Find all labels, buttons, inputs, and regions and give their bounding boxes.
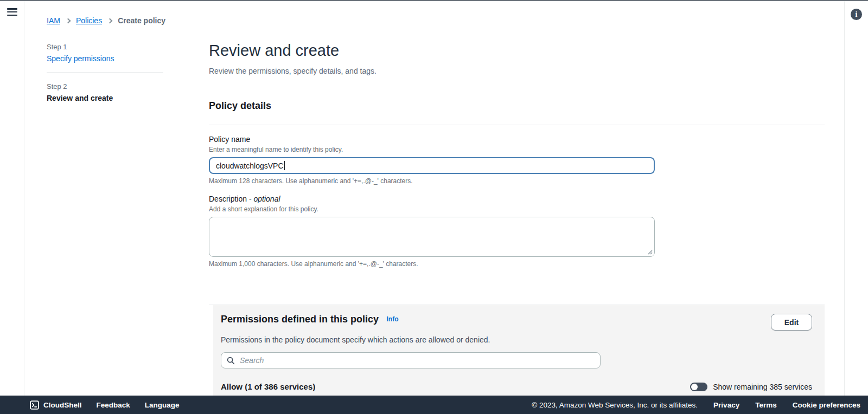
page-subtitle: Review the permissions, specify details,… — [209, 67, 825, 75]
permissions-header: Permissions defined in this policy Info … — [221, 314, 812, 331]
breadcrumb-iam[interactable]: IAM — [47, 16, 60, 25]
info-link[interactable]: Info — [387, 315, 399, 323]
step-1-label: Step 1 — [47, 43, 163, 51]
step-2-current-review-and-create: Review and create — [47, 94, 163, 102]
wizard-steps-nav: Step 1 Specify permissions Step 2 Review… — [47, 43, 163, 102]
breadcrumb-current-page: Create policy — [118, 16, 165, 25]
window-top-edge — [0, 0, 868, 1]
terms-link[interactable]: Terms — [755, 401, 777, 409]
show-remaining-services-toggle[interactable]: Show remaining 385 services — [690, 383, 812, 391]
search-icon — [227, 357, 235, 365]
toggle-label: Show remaining 385 services — [713, 383, 812, 391]
cookie-preferences-link[interactable]: Cookie preferences — [793, 401, 860, 409]
policy-name-input[interactable]: cloudwatchlogsVPC — [209, 157, 655, 174]
language-button[interactable]: Language — [145, 401, 180, 409]
permissions-heading: Permissions defined in this policy — [221, 314, 379, 325]
breadcrumb-policies[interactable]: Policies — [76, 16, 102, 25]
description-optional-suffix: optional — [253, 195, 280, 203]
hamburger-menu-icon[interactable] — [7, 8, 17, 17]
step-divider — [47, 72, 163, 73]
terminal-icon — [30, 400, 39, 410]
cloudshell-label: CloudShell — [43, 401, 82, 409]
page-title: Review and create — [209, 42, 825, 60]
policy-name-value: cloudwatchlogsVPC — [216, 161, 284, 170]
copyright-text: © 2023, Amazon Web Services, Inc. or its… — [532, 401, 698, 409]
description-textarea[interactable] — [209, 217, 655, 257]
policy-name-constraint: Maximum 128 characters. Use alphanumeric… — [209, 177, 825, 185]
step-2-label: Step 2 — [47, 82, 163, 90]
left-nav-rail — [0, 1, 24, 396]
step-1-link-specify-permissions[interactable]: Specify permissions — [47, 54, 163, 63]
permissions-description: Permissions in the policy document speci… — [221, 335, 812, 344]
description-constraint: Maximum 1,000 characters. Use alphanumer… — [209, 260, 825, 268]
help-panel-rail: i — [844, 1, 868, 396]
description-help: Add a short explanation for this policy. — [209, 205, 825, 213]
main-content: Review and create Review the permissions… — [209, 38, 825, 268]
text-caret — [284, 161, 285, 170]
console-footer: CloudShell Feedback Language © 2023, Ama… — [0, 396, 868, 414]
policy-details-heading: Policy details — [209, 100, 825, 112]
breadcrumb: IAM Policies Create policy — [47, 16, 165, 25]
feedback-button[interactable]: Feedback — [97, 401, 130, 409]
allow-summary: Allow (1 of 386 services) — [221, 382, 315, 391]
info-icon[interactable]: i — [851, 9, 862, 20]
allow-summary-row: Allow (1 of 386 services) Show remaining… — [221, 382, 812, 391]
search-input[interactable]: Search — [221, 352, 601, 368]
description-label: Description - optional — [209, 195, 825, 203]
chevron-right-icon — [65, 18, 71, 24]
search-placeholder: Search — [240, 356, 264, 365]
toggle-off-icon — [690, 383, 707, 391]
section-divider — [209, 125, 825, 125]
permissions-panel: Permissions defined in this policy Info … — [213, 305, 825, 396]
privacy-link[interactable]: Privacy — [713, 401, 739, 409]
policy-name-help: Enter a meaningful name to identify this… — [209, 146, 825, 153]
edit-button[interactable]: Edit — [771, 314, 812, 331]
chevron-right-icon — [107, 18, 113, 24]
cloudshell-button[interactable]: CloudShell — [30, 400, 82, 410]
resize-handle-icon[interactable] — [647, 249, 653, 255]
policy-name-label: Policy name — [209, 135, 825, 144]
